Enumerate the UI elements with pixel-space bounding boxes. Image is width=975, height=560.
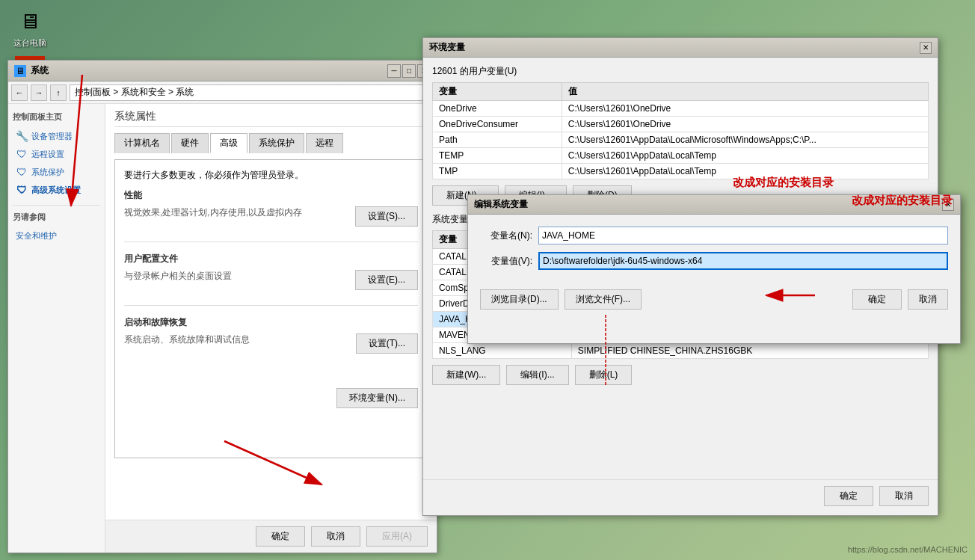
sys-var-row-nls-lang[interactable]: NLS_LANG SIMPLIFIED CHINESE_CHINA.ZHS16G…	[433, 343, 929, 359]
env-dialog-titlebar: 环境变量 ✕	[423, 38, 938, 58]
sidebar-item-device-manager-label: 设备管理器	[31, 131, 73, 142]
sys-new-button[interactable]: 新建(W)...	[432, 365, 500, 385]
user-var-value-path: C:\Users\12601\AppData\Local\Microsoft\W…	[562, 132, 928, 148]
up-button[interactable]: ↑	[50, 84, 67, 101]
env-btn-container: 环境变量(N)...	[124, 388, 418, 413]
sidebar-item-advanced[interactable]: 🛡 高级系统设置	[13, 181, 100, 199]
var-value-row: 变量值(V):	[480, 252, 948, 270]
maximize-button[interactable]: □	[402, 64, 416, 78]
sidebar-item-security[interactable]: 安全和维护	[13, 227, 100, 244]
minimize-button[interactable]: ─	[387, 64, 401, 78]
main-area: 系统属性 计算机名 硬件 高级 系统保护 远程 要进行大多数更改，你必须作为管理…	[105, 104, 437, 553]
system-window: 🖥 系统 ─ □ ✕ ← → ↑ 控制面板 > 系统和安全 > 系统 控制面板主…	[7, 60, 437, 553]
breadcrumb: 控制面板 > 系统和安全 > 系统	[75, 86, 194, 99]
user-var-row-tmp[interactable]: TMP C:\Users\12601\AppData\Local\Temp	[433, 164, 929, 179]
env-dialog-title: 环境变量	[429, 41, 920, 54]
system-title: 系统	[31, 64, 387, 77]
edit-form: 变量名(N): 变量值(V):	[468, 215, 960, 289]
user-var-name-tmp: TMP	[433, 164, 562, 179]
sidebar-item-remote[interactable]: 🛡 远程设置	[13, 145, 100, 163]
user-var-name-onedrive: OneDrive	[433, 101, 562, 117]
user-var-value-tmp: C:\Users\12601\AppData\Local\Temp	[562, 164, 928, 179]
user-vars-table: 变量 值 OneDrive C:\Users\12601\OneDrive On…	[432, 82, 929, 179]
advanced-icon: 🛡	[16, 184, 28, 196]
env-ok-button[interactable]: 确定	[824, 486, 873, 506]
user-var-value-temp: C:\Users\12601\AppData\Local\Temp	[562, 148, 928, 164]
perf-section: 设置(S)... 视觉效果,处理器计划,内存使用,以及虚拟内存	[124, 206, 418, 231]
sys-vars-buttons: 新建(W)... 编辑(I)... 删除(L)	[432, 365, 929, 385]
cancel-button[interactable]: 取消	[311, 526, 360, 547]
sys-delete-button[interactable]: 删除(L)	[575, 365, 633, 385]
edit-ok-button[interactable]: 确定	[852, 289, 902, 310]
var-name-label: 变量名(N):	[480, 230, 532, 242]
tab-content: 要进行大多数更改，你必须作为管理员登录。 性能 设置(S)... 视觉效果,处理…	[114, 159, 428, 458]
edit-dialog-content: 改成对应的安装目录 变量名(N): 变量值(V): 浏览目录(D)... 浏览文…	[468, 215, 960, 317]
divider-1	[124, 241, 418, 242]
var-name-row: 变量名(N):	[480, 227, 948, 244]
system-protection-icon: 🛡	[16, 166, 28, 178]
var-name-input[interactable]	[538, 227, 948, 244]
env-cancel-button[interactable]: 取消	[879, 486, 929, 506]
address-bar[interactable]: 控制面板 > 系统和安全 > 系统	[70, 84, 434, 101]
spacer	[124, 358, 418, 388]
sys-edit-button[interactable]: 编辑(I)...	[506, 365, 568, 385]
admin-note: 要进行大多数更改，你必须作为管理员登录。	[124, 169, 418, 182]
user-var-row-temp[interactable]: TEMP C:\Users\12601\AppData\Local\Temp	[433, 148, 929, 164]
website-label: https://blog.csdn.net/MACHENIC	[848, 545, 968, 554]
tab-advanced[interactable]: 高级	[210, 133, 247, 153]
var-value-input[interactable]	[538, 252, 948, 270]
system-window-icon: 🖥	[14, 65, 26, 77]
env-dialog-close[interactable]: ✕	[920, 42, 932, 54]
var-name-header: 变量	[433, 83, 562, 101]
browse-file-button[interactable]: 浏览文件(F)...	[565, 289, 642, 310]
startup-settings-button[interactable]: 设置(T)...	[356, 333, 418, 354]
var-value-header: 值	[562, 83, 928, 101]
system-titlebar: 🖥 系统 ─ □ ✕	[8, 61, 437, 81]
sys-var-value-nls-lang: SIMPLIFIED CHINESE_CHINA.ZHS16GBK	[571, 343, 928, 359]
profile-section-title: 用户配置文件	[124, 253, 418, 265]
computer-icon: 🖥	[15, 6, 45, 36]
env-variables-button[interactable]: 环境变量(N)...	[336, 388, 418, 408]
user-var-row-onedrive[interactable]: OneDrive C:\Users\12601\OneDrive	[433, 101, 929, 117]
startup-section-title: 启动和故障恢复	[124, 316, 418, 329]
user-var-name-temp: TEMP	[433, 148, 562, 164]
browse-dir-button[interactable]: 浏览目录(D)...	[480, 289, 559, 310]
window-body: 控制面板主页 🔧 设备管理器 🛡 远程设置 🛡 系统保护 🛡 高级系统设置 另请…	[8, 104, 437, 553]
desktop-icon-computer[interactable]: 🖥 这台电脑	[6, 6, 54, 49]
profile-settings-button[interactable]: 设置(E)...	[355, 270, 418, 290]
profile-section: 设置(E)... 与登录帐户相关的桌面设置	[124, 270, 418, 295]
tab-computer-name[interactable]: 计算机名	[114, 133, 170, 153]
sidebar-item-system-protection[interactable]: 🛡 系统保护	[13, 163, 100, 181]
tab-remote[interactable]: 远程	[306, 133, 343, 153]
var-value-label: 变量值(V):	[480, 255, 532, 268]
tab-system-protection[interactable]: 系统保护	[249, 133, 304, 153]
main-content: 系统属性 计算机名 硬件 高级 系统保护 远程 要进行大多数更改，你必须作为管理…	[105, 104, 437, 520]
sidebar-item-remote-label: 远程设置	[31, 149, 64, 160]
user-var-row-path[interactable]: Path C:\Users\12601\AppData\Local\Micros…	[433, 132, 929, 148]
security-label: 安全和维护	[16, 230, 57, 241]
system-window-footer: 确定 取消 应用(A)	[105, 520, 437, 553]
apply-button[interactable]: 应用(A)	[366, 526, 428, 547]
computer-icon-label: 这台电脑	[13, 37, 46, 49]
user-var-name-path: Path	[433, 132, 562, 148]
user-var-value-onedriveconsumer: C:\Users\12601\OneDrive	[562, 117, 928, 132]
back-button[interactable]: ←	[11, 84, 28, 101]
edit-cancel-button[interactable]: 取消	[908, 289, 948, 310]
remote-icon: 🛡	[16, 148, 28, 160]
divider-2	[124, 305, 418, 306]
sys-var-name-nls-lang: NLS_LANG	[433, 343, 572, 359]
system-props-title: 系统属性	[114, 110, 428, 127]
perf-settings-button[interactable]: 设置(S)...	[355, 206, 418, 227]
tab-hardware[interactable]: 硬件	[171, 133, 209, 153]
sidebar-item-device-manager[interactable]: 🔧 设备管理器	[13, 127, 100, 145]
sidebar: 控制面板主页 🔧 设备管理器 🛡 远程设置 🛡 系统保护 🛡 高级系统设置 另请…	[8, 104, 105, 553]
sidebar-item-advanced-label: 高级系统设置	[31, 185, 81, 196]
user-var-value-onedrive: C:\Users\12601\OneDrive	[562, 101, 928, 117]
sidebar-item-system-protection-label: 系统保护	[31, 167, 64, 178]
startup-section: 设置(T)... 系统启动、系统故障和调试信息	[124, 333, 418, 358]
user-var-row-onedriveconsumer[interactable]: OneDriveConsumer C:\Users\12601\OneDrive	[433, 117, 929, 132]
env-dialog-footer: 确定 取消	[423, 479, 938, 512]
ok-button[interactable]: 确定	[256, 526, 305, 547]
user-var-name-onedriveconsumer: OneDriveConsumer	[433, 117, 562, 132]
forward-button[interactable]: →	[31, 84, 47, 101]
